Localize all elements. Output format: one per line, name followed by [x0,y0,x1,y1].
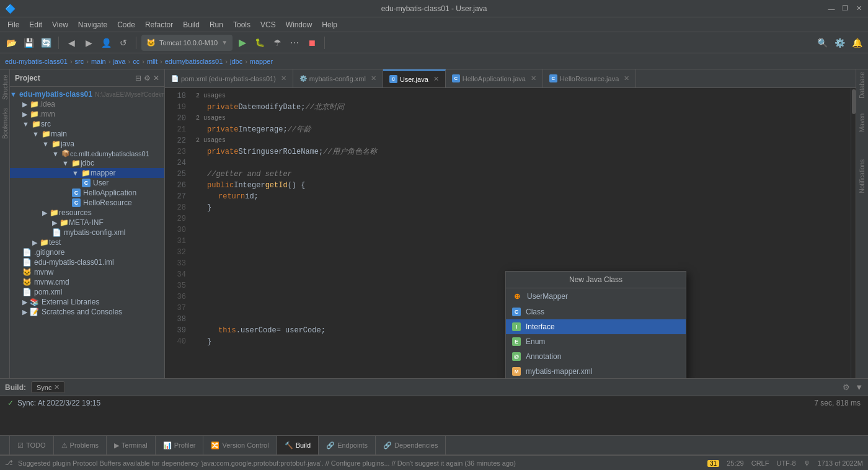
tab-mybatis-config[interactable]: ⚙️ mybatis-config.xml ✕ [293,69,383,87]
tree-item-hello-app[interactable]: C HelloApplication [10,188,164,198]
tree-item-main[interactable]: ▼ 📁 main [10,129,164,139]
menu-entry-interface[interactable]: I Interface [506,319,686,334]
menu-view[interactable]: View [47,19,73,30]
stop-btn[interactable]: ⏹ [304,35,319,50]
panel-settings-btn[interactable]: ⚙ [144,74,151,82]
run-btn[interactable]: ▶ [235,35,250,50]
minimize-btn[interactable]: — [827,4,836,13]
tree-item-package[interactable]: ▼ 📦 cc.mllt.edumybatisclass01 [10,149,164,158]
tree-item-mapper[interactable]: ▼ 📁 mapper [10,168,164,178]
menu-navigate[interactable]: Navigate [73,19,112,30]
tab-todo[interactable]: ☑ TODO [10,436,54,454]
menu-tools[interactable]: Tools [228,19,255,30]
database-icon[interactable]: Database [859,72,866,99]
run-config-selector[interactable]: 🐱 Tomcat 10.0.0-M10 ▼ [141,35,232,51]
menu-entry-enum[interactable]: E Enum [506,334,686,349]
tab-endpoints[interactable]: 🔗 Endpoints [319,436,376,454]
vertical-scrollbar[interactable] [851,88,856,378]
tree-item-mvn[interactable]: ▶ 📁 .mvn [10,109,164,119]
tree-item-test[interactable]: ▶ 📁 test [10,237,164,247]
menu-edit[interactable]: Edit [24,19,47,30]
tab-terminal[interactable]: ▶ Terminal [107,436,156,454]
tab-hello-app-close[interactable]: ✕ [531,74,536,82]
menu-refactor[interactable]: Refactor [140,19,178,30]
maven-icon[interactable]: Maven [859,113,866,132]
tab-pom-close[interactable]: ✕ [281,74,286,82]
forward-btn[interactable]: ▶ [81,35,96,50]
coverage-btn[interactable]: ☂ [270,35,285,50]
tab-user-close[interactable]: ✕ [433,75,439,83]
menu-file[interactable]: File [2,19,24,30]
bc-jdbc[interactable]: jdbc [230,58,242,65]
tab-pom-xml[interactable]: 📄 pom.xml (edu-mybatis-class01) ✕ [165,69,293,87]
menu-build[interactable]: Build [178,19,205,30]
tree-item-iml[interactable]: 📄 edu-mybatis-class01.iml [10,257,164,267]
tab-mybatis-close[interactable]: ✕ [371,74,376,82]
debug-btn[interactable]: 🐛 [252,35,267,50]
tree-item-scratches[interactable]: ▶ 📝 Scratches and Consoles [10,307,164,317]
tree-item-mvnw[interactable]: 🐱 mvnw [10,267,164,277]
bc-mapper[interactable]: mapper [250,58,273,65]
menu-code[interactable]: Code [112,19,140,30]
save-btn[interactable]: 💾 [21,35,36,50]
tree-item-mvnw-cmd[interactable]: 🐱 mvnw.cmd [10,277,164,287]
tab-hello-res[interactable]: C HelloResource.java ✕ [543,69,636,87]
sync-tab[interactable]: Sync ✕ [31,381,65,393]
tab-build[interactable]: 🔨 Build [277,436,319,454]
structure-icon[interactable]: Structure [1,72,9,103]
tree-item-ext-libs[interactable]: ▶ 📚 External Libraries [10,297,164,307]
back-btn[interactable]: ◀ [64,35,79,50]
build-settings-btn[interactable]: ⚙ [843,383,850,392]
menu-entry-annotation[interactable]: @ Annotation [506,349,686,364]
bc-mllt[interactable]: mllt [147,58,157,65]
tab-problems[interactable]: ⚠ Problems [54,436,107,454]
search-everywhere-btn[interactable]: 🔍 [815,35,830,50]
menu-entry-class[interactable]: C Class [506,304,686,319]
bc-project[interactable]: edu-mybatis-class01 [5,58,68,65]
menu-window[interactable]: Window [281,19,317,30]
menu-entry-xml[interactable]: M mybatis-mapper.xml [506,364,686,378]
bc-package[interactable]: edumybatisclass01 [165,58,223,65]
bookmarks-icon[interactable]: Bookmarks [1,108,9,139]
bc-src[interactable]: src [75,58,84,65]
tree-item-mybatis-config[interactable]: 📄 mybatis-config.xml [10,228,164,237]
menu-vcs[interactable]: VCS [255,19,281,30]
more-run-btn[interactable]: ⋯ [287,35,302,50]
menu-entry-usermapper[interactable]: ⊕ UserMapper [506,288,686,304]
tree-item-project[interactable]: ▼ edu-mybatis-class01 N:\JavaEE\MyselfCo… [10,89,164,99]
maximize-btn[interactable]: ❐ [841,4,849,13]
tab-hello-res-close[interactable]: ✕ [624,74,629,82]
notifications-btn[interactable]: 🔔 [849,35,864,50]
tree-item-gitignore[interactable]: 📄 .gitignore [10,247,164,257]
build-collapse-btn[interactable]: ▼ [855,383,863,392]
tree-item-hello-res[interactable]: C HelloResource [10,198,164,208]
sync-btn[interactable]: 🔄 [38,35,53,50]
tree-item-src[interactable]: ▼ 📁 src [10,119,164,129]
profile-btn[interactable]: 👤 [99,35,113,50]
tree-item-user[interactable]: C User [10,178,164,188]
menu-run[interactable]: Run [205,19,228,30]
bc-main[interactable]: main [91,58,106,65]
close-btn[interactable]: ✕ [854,4,863,13]
tree-item-idea[interactable]: ▶ 📁 .idea [10,99,164,109]
tree-item-meta-inf[interactable]: ▶ 📁 META-INF [10,218,164,228]
panel-collapse-btn[interactable]: ⊟ [135,74,141,82]
bc-cc[interactable]: cc [133,58,140,65]
refresh-btn[interactable]: ↺ [116,35,131,50]
tab-hello-app[interactable]: C HelloApplication.java ✕ [446,69,543,87]
tree-item-pom[interactable]: 📄 pom.xml [10,287,164,297]
tab-user-java[interactable]: C User.java ✕ [383,69,446,87]
menu-help[interactable]: Help [317,19,342,30]
open-recent-btn[interactable]: 📂 [4,35,19,50]
tree-item-resources[interactable]: ▶ 📁 resources [10,208,164,218]
tab-version-control[interactable]: 🔀 Version Control [203,436,277,454]
tree-item-jdbc[interactable]: ▼ 📁 jdbc [10,158,164,168]
tab-profiler[interactable]: 📊 Profiler [156,436,204,454]
bc-java[interactable]: java [113,58,125,65]
panel-close-btn[interactable]: ✕ [153,74,159,82]
tree-item-java[interactable]: ▼ 📁 java [10,139,164,149]
notifications-side-icon[interactable]: Notifications [859,159,866,193]
sync-tab-close[interactable]: ✕ [54,383,60,391]
code-editor[interactable]: 18 19 20 21 22 23 24 25 26 27 28 29 30 3… [165,88,856,378]
settings-btn[interactable]: ⚙️ [832,35,847,50]
